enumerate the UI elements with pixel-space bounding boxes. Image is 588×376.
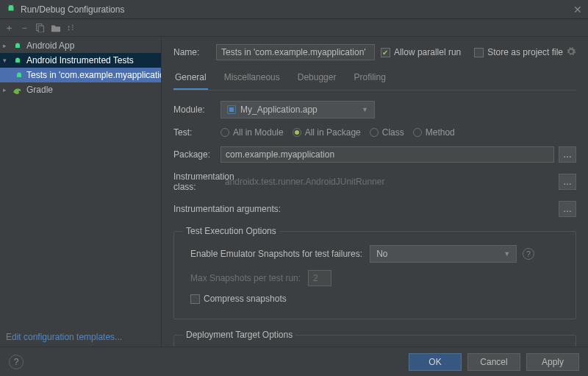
help-button[interactable]: ? [9,355,24,369]
compress-snapshots-label: Compress snapshots [204,294,287,304]
test-execution-fieldset: Test Execution Options Enable Emulator S… [173,226,576,319]
allow-parallel-checkbox[interactable]: ✔ Allow parallel run [381,47,461,57]
browse-package-button[interactable]: … [559,146,576,163]
chevron-down-icon: ▼ [354,106,368,113]
gradle-icon [12,84,24,96]
test-execution-legend: Test Execution Options [183,226,279,236]
tree-gradle[interactable]: ▸ Gradle [0,82,161,97]
radio-method[interactable]: Method [413,127,455,138]
android-logo-icon [6,3,16,15]
max-snapshots-label: Max Snapshots per test run: [190,273,301,283]
config-toolbar: ＋ － ↕⁝ [0,19,588,37]
config-content: Name: ✔ Allow parallel run Store as proj… [162,37,588,347]
config-tabs: General Miscellaneous Debugger Profiling [173,68,576,91]
tab-miscellaneous[interactable]: Miscellaneous [223,68,282,90]
tab-debugger[interactable]: Debugger [296,68,338,90]
radio-all-in-package[interactable]: All in Package [293,127,361,138]
tree-label: Tests in 'com.example.myapplication' [26,70,161,80]
enable-snapshots-label: Enable Emulator Snapshots for test failu… [190,249,362,259]
tree-label: Gradle [26,85,53,95]
module-label: Module: [173,104,220,115]
deployment-target-legend: Deployment Target Options [183,330,295,340]
apply-button[interactable]: Apply [526,353,579,371]
tree-android-instrumented[interactable]: ▾ Android Instrumented Tests [0,53,161,68]
allow-parallel-label: Allow parallel run [394,47,461,57]
module-select[interactable]: My_Application.app ▼ [220,101,375,118]
chevron-down-icon: ▾ [3,57,12,64]
test-radio-group: All in Module All in Package Class Metho… [220,127,455,138]
store-project-label: Store as project file [487,47,563,57]
window-title: Run/Debug Configurations [21,4,573,15]
tab-profiling[interactable]: Profiling [352,68,387,90]
compress-snapshots-checkbox[interactable]: Compress snapshots [190,294,287,304]
name-label: Name: [173,47,216,57]
max-snapshots-input[interactable] [308,270,331,286]
folder-icon[interactable] [51,24,61,32]
close-icon[interactable]: ✕ [573,4,582,15]
config-sidebar: ▸ Android App ▾ Android Instrumented Tes… [0,37,162,347]
checkbox-icon [190,294,200,304]
radio-all-in-module[interactable]: All in Module [220,127,284,138]
instrumentation-class-label: Instrumentation class: [173,171,220,192]
titlebar: Run/Debug Configurations ✕ [0,0,588,19]
expand-icon[interactable]: ↕⁝ [67,23,74,32]
copy-icon[interactable] [35,23,45,32]
module-icon [227,105,236,114]
ok-button[interactable]: OK [409,353,462,371]
enable-snapshots-value: No [376,249,387,259]
edit-templates-link[interactable]: Edit configuration templates... [0,327,161,347]
tree-android-app[interactable]: ▸ Android App [0,38,161,53]
store-project-checkbox[interactable]: Store as project file [474,47,563,57]
module-value: My_Application.app [240,104,318,115]
svg-rect-3 [229,107,234,112]
edit-inst-args-button[interactable]: … [559,201,576,217]
remove-icon[interactable]: － [20,21,29,35]
tree-label: Android App [26,40,74,51]
android-icon [12,40,24,52]
dialog-footer: ? OK Cancel Apply [0,347,588,376]
cancel-button[interactable]: Cancel [467,353,520,371]
instrumentation-class-value: androidx.test.runner.AndroidJUnitRunner [220,177,554,187]
chevron-right-icon: ▸ [3,86,12,93]
gear-icon[interactable] [566,46,576,59]
browse-inst-class-button[interactable]: … [559,174,576,190]
chevron-down-icon: ▼ [496,250,510,258]
tree-label: Android Instrumented Tests [26,55,134,65]
add-icon[interactable]: ＋ [4,21,14,35]
instrumentation-args-label: Instrumentation arguments: [173,204,284,214]
config-tree: ▸ Android App ▾ Android Instrumented Tes… [0,38,161,327]
checkbox-checked-icon: ✔ [381,48,390,57]
name-input[interactable] [216,44,375,60]
tab-general[interactable]: General [173,68,208,90]
test-label: Test: [173,127,220,138]
svg-rect-1 [38,26,43,32]
android-icon [12,54,24,66]
enable-snapshots-select[interactable]: No ▼ [370,245,517,263]
radio-class[interactable]: Class [370,127,404,138]
tree-tests-item[interactable]: Tests in 'com.example.myapplication' [0,68,161,82]
checkbox-icon [474,48,484,57]
package-input[interactable] [220,146,554,163]
android-icon [15,69,24,81]
package-label: Package: [173,149,220,160]
chevron-right-icon: ▸ [3,42,12,49]
help-icon[interactable]: ? [523,248,534,260]
deployment-target-fieldset: Deployment Target Options Target: Use th… [173,330,576,347]
